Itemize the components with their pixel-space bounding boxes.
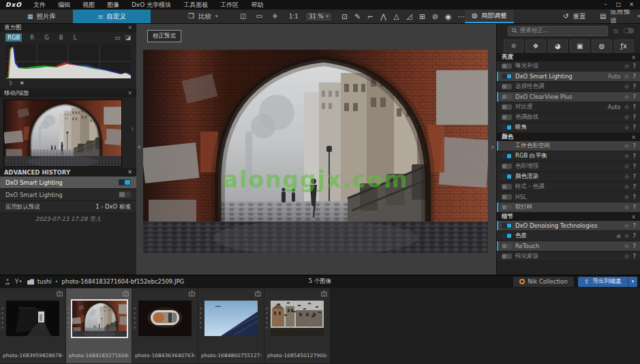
correction-row[interactable]: 样式 - 色调☆? <box>497 182 640 192</box>
correction-row[interactable]: 软打样☆? <box>497 202 640 213</box>
perspective-tool-icon[interactable]: △ <box>390 12 403 20</box>
history-item[interactable]: DxO Smart Lighting <box>0 189 136 201</box>
channel-l[interactable]: L <box>72 33 79 42</box>
correction-toggle[interactable] <box>502 104 512 110</box>
history-item[interactable]: 应用默认预设1 - DxO 标准 <box>0 201 136 213</box>
rectangle-correct-icon[interactable]: ◿ <box>403 12 416 20</box>
correction-toggle[interactable] <box>502 84 512 89</box>
correction-toggle[interactable] <box>502 164 512 169</box>
correction-row[interactable]: 曝光补偿☆? <box>497 61 640 72</box>
help-icon[interactable]: ? <box>633 93 636 100</box>
menubar-item[interactable]: 工作区 <box>214 0 245 10</box>
favorite-star-icon[interactable]: ☆ <box>624 73 629 80</box>
correction-toggle[interactable] <box>502 243 512 249</box>
favorite-star-icon[interactable]: ☆ <box>624 183 629 190</box>
help-icon[interactable]: ? <box>633 163 636 170</box>
filter-icon[interactable]: Y▾ <box>15 278 22 285</box>
thumbnail-image[interactable] <box>71 299 128 338</box>
thumbnail-image[interactable] <box>6 301 59 336</box>
channel-rgb[interactable]: RGB <box>5 33 22 42</box>
favorite-star-icon[interactable]: ☆ <box>624 153 629 160</box>
close-icon[interactable]: × <box>127 25 132 31</box>
light-category-icon[interactable]: ☼ <box>504 40 523 52</box>
menubar-item[interactable]: 视图 <box>76 0 101 10</box>
menubar-item[interactable]: DxO 光学模块 <box>125 0 177 10</box>
help-icon[interactable]: ? <box>633 183 636 190</box>
correction-toggle[interactable] <box>502 63 512 69</box>
eyedropper-icon[interactable]: ✎ <box>351 12 364 20</box>
favorite-star-icon[interactable]: ☆ <box>624 204 629 211</box>
menubar-item[interactable]: 文件 <box>27 0 52 10</box>
rating-stars[interactable] <box>1 307 3 329</box>
correction-toggle[interactable] <box>502 254 512 259</box>
help-icon[interactable]: ? <box>633 142 636 149</box>
correction-toggle[interactable] <box>502 223 512 228</box>
rating-stars[interactable] <box>200 307 202 329</box>
channel-r[interactable]: R <box>28 33 36 42</box>
zoom-select[interactable]: 31 %▾ <box>305 10 333 23</box>
shadow-clipping-icon[interactable]: ☽ <box>7 80 12 87</box>
color-category-icon[interactable]: ❖ <box>525 40 545 52</box>
favorite-star-icon[interactable]: ☆ <box>624 124 629 131</box>
history-toggle[interactable] <box>119 192 131 198</box>
help-icon[interactable]: ? <box>633 73 636 80</box>
help-icon[interactable]: ? <box>633 83 636 90</box>
menubar-item[interactable]: 图像 <box>101 0 125 10</box>
filmstrip-cell[interactable]: photo-1685450127900-... <box>264 288 330 363</box>
favorite-star-icon[interactable]: ☆ <box>624 173 629 180</box>
help-icon[interactable]: ? <box>633 104 636 110</box>
thumbnail-image[interactable] <box>271 301 324 336</box>
correction-row[interactable]: 对比度Auto☆? <box>497 102 640 112</box>
correction-toggle[interactable] <box>502 153 512 159</box>
compare-button[interactable]: ❐ 比较 ▾ <box>188 10 217 23</box>
search-input[interactable]: 搜索校正... <box>508 26 608 36</box>
correction-row[interactable]: 工作色彩空间☆? <box>497 141 640 151</box>
correction-toggle[interactable] <box>502 184 512 189</box>
filmstrip-cell[interactable]: photo-1683959828678-... <box>0 288 65 363</box>
main-photo[interactable] <box>143 50 488 253</box>
menubar-item[interactable]: 帮助 <box>245 0 269 10</box>
correction-row[interactable]: DxO Smart LightingAuto☆? <box>497 72 640 82</box>
correction-row[interactable]: 钝化蒙版☆? <box>497 252 640 262</box>
help-icon[interactable]: ? <box>633 232 636 239</box>
rating-stars[interactable] <box>266 307 268 329</box>
grid-icon[interactable]: ⊞ <box>416 12 429 20</box>
correction-row[interactable]: HSL☆? <box>497 192 640 202</box>
correction-row[interactable]: 色彩增强☆? <box>497 162 640 172</box>
help-icon[interactable]: ? <box>633 253 636 260</box>
favorite-star-icon[interactable]: ☆ <box>624 232 629 239</box>
correction-row[interactable]: 色调曲线☆? <box>497 112 640 123</box>
correction-toggle[interactable] <box>502 115 512 120</box>
correction-toggle[interactable] <box>502 204 512 210</box>
favorite-star-icon[interactable]: ☆ <box>624 243 629 249</box>
effects-category-icon[interactable]: ƒx <box>614 40 634 52</box>
filmstrip-cell[interactable]: photo-1684363640763-... <box>132 288 198 363</box>
filmstrip-cell[interactable]: photo-1684183271604-... <box>66 288 132 363</box>
history-item[interactable]: DxO Smart Lighting <box>0 177 136 189</box>
correction-row[interactable]: 颜色渲染☆? <box>497 172 640 182</box>
geometry-category-icon[interactable]: ▣ <box>570 40 590 52</box>
correction-row[interactable]: 色差⌀☆? <box>497 231 640 241</box>
help-icon[interactable]: ? <box>633 173 636 180</box>
close-icon[interactable]: × <box>631 55 636 61</box>
navigator-thumbnail[interactable] <box>3 100 122 167</box>
horizon-icon[interactable]: ⌐ <box>364 12 377 20</box>
collapse-right-panel-icon[interactable]: › <box>491 143 494 151</box>
redeye-icon[interactable]: ◉ <box>442 12 455 20</box>
favorite-star-icon[interactable]: ☆ <box>624 104 629 110</box>
one-to-one-button[interactable]: 1:1 <box>289 10 299 23</box>
minimize-button[interactable]: – <box>600 1 611 9</box>
crop-icon[interactable]: ⊡ <box>338 12 351 20</box>
correction-toggle[interactable] <box>502 74 512 79</box>
highlight-clipping-icon[interactable]: ☀ <box>19 80 25 87</box>
export-options-dropdown[interactable]: ▾ <box>628 277 637 287</box>
correction-row[interactable]: ReTouch☆? <box>497 241 640 252</box>
correction-row[interactable]: DxO ClearView Plus☆? <box>497 92 640 102</box>
correction-row[interactable]: RGB 白平衡☆? <box>497 151 640 162</box>
export-to-disk-button[interactable]: ⇪ 导出到磁盘 <box>578 277 628 287</box>
help-icon[interactable]: ? <box>633 63 636 70</box>
split-view-icon[interactable]: ◫ <box>240 10 246 23</box>
active-corrections-toggle[interactable] <box>624 28 634 33</box>
favorite-star-icon[interactable]: ☆ <box>624 194 629 200</box>
fit-screen-icon[interactable]: ▭ <box>256 10 262 23</box>
